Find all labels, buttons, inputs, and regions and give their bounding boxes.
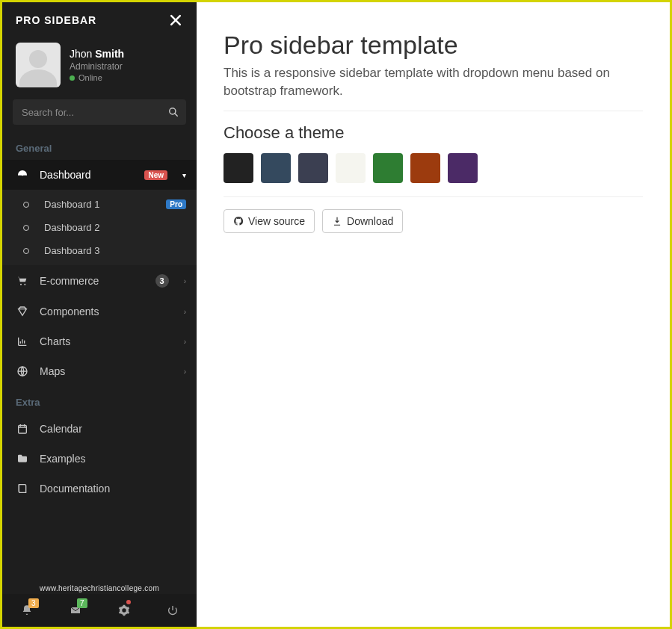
sidebar-item-label: Dashboard [40, 169, 134, 181]
sidebar-header: PRO SIDEBAR [2, 2, 197, 35]
sidebar-subitem-dashboard-2[interactable]: Dashboard 2 [2, 216, 197, 239]
power-icon [167, 604, 179, 616]
choose-theme-title: Choose a theme [224, 123, 643, 143]
user-status: Online [70, 73, 124, 82]
theme-swatch[interactable] [298, 153, 328, 183]
bullet-icon [23, 202, 29, 208]
gear-icon [118, 604, 130, 616]
footer-power[interactable] [148, 594, 197, 627]
badge-pro: Pro [166, 199, 186, 209]
search-icon [168, 107, 179, 117]
chart-icon [16, 335, 29, 347]
page-title: Pro sidebar template [224, 31, 643, 60]
sidebar: PRO SIDEBAR Jhon Smith Administrator Onl… [2, 2, 197, 627]
sidebar-item-label: Examples [40, 453, 186, 465]
sidebar-item-maps[interactable]: Maps › [2, 356, 197, 386]
section-general: General [2, 132, 197, 160]
download-icon [332, 216, 342, 226]
sidebar-item-label: Documentation [40, 483, 186, 495]
theme-swatch[interactable] [224, 153, 253, 183]
avatar [16, 43, 61, 87]
search-button[interactable] [161, 107, 186, 117]
theme-swatch[interactable] [448, 153, 478, 183]
dashboard-icon [16, 169, 29, 181]
sidebar-item-label: Maps [40, 365, 173, 377]
close-icon[interactable] [168, 13, 183, 28]
theme-swatch[interactable] [410, 153, 440, 183]
footer-notifications[interactable]: 3 [2, 594, 51, 627]
sidebar-item-components[interactable]: Components › [2, 297, 197, 326]
messages-badge: 7 [77, 598, 87, 608]
diamond-icon [16, 306, 29, 317]
svg-point-5 [20, 284, 22, 285]
theme-swatch[interactable] [261, 153, 291, 183]
footer-messages[interactable]: 7 [51, 594, 99, 627]
divider [224, 196, 643, 197]
chevron-right-icon: › [184, 308, 186, 316]
sidebar-item-dashboard[interactable]: Dashboard New ▾ [2, 160, 197, 190]
sidebar-item-documentation[interactable]: Documentation [2, 474, 197, 503]
sidebar-item-label: Calendar [40, 423, 186, 435]
sidebar-footer: 3 7 [2, 594, 197, 627]
footer-settings[interactable] [99, 594, 148, 627]
divider [224, 111, 643, 111]
section-extra: Extra [2, 386, 197, 414]
theme-swatches [224, 153, 643, 183]
bullet-icon [23, 225, 29, 231]
search-box [13, 99, 186, 125]
svg-rect-8 [19, 425, 27, 433]
cart-icon [16, 275, 29, 287]
sidebar-item-charts[interactable]: Charts › [2, 326, 197, 356]
sidebar-item-label: Charts [40, 335, 173, 347]
theme-swatch[interactable] [373, 153, 403, 183]
status-dot-icon [126, 600, 131, 604]
main-content: Pro sidebar template This is a responsiv… [197, 2, 670, 627]
calendar-icon [16, 423, 29, 435]
notifications-badge: 3 [28, 598, 39, 608]
book-icon [16, 483, 29, 495]
badge-new: New [144, 170, 167, 180]
badge-count: 3 [155, 274, 169, 288]
brand-title: PRO SIDEBAR [16, 14, 96, 26]
sidebar-item-label: E-commerce [40, 275, 145, 287]
github-icon [233, 216, 244, 226]
chevron-right-icon: › [184, 338, 186, 346]
user-name: Jhon Smith [70, 48, 124, 60]
folder-icon [16, 453, 29, 465]
globe-icon [16, 365, 29, 377]
svg-line-3 [175, 114, 178, 117]
svg-point-6 [24, 284, 25, 285]
sidebar-item-examples[interactable]: Examples [2, 444, 197, 474]
svg-point-4 [22, 174, 24, 176]
page-description: This is a responsive sidebar template wi… [224, 64, 627, 100]
download-button[interactable]: Download [322, 209, 403, 233]
status-dot-icon [70, 75, 75, 81]
sidebar-item-ecommerce[interactable]: E-commerce 3 › [2, 265, 197, 297]
chevron-right-icon: › [184, 368, 186, 376]
sidebar-subitem-dashboard-1[interactable]: Dashboard 1 Pro [2, 193, 197, 216]
sidebar-item-calendar[interactable]: Calendar [2, 414, 197, 444]
sidebar-item-label: Components [40, 306, 173, 317]
search-input[interactable] [13, 107, 161, 118]
watermark-text: www.heritagechristiancollege.com [2, 584, 197, 592]
user-role: Administrator [70, 61, 124, 72]
dashboard-submenu: Dashboard 1 Pro Dashboard 2 Dashboard 3 [2, 190, 197, 265]
theme-swatch[interactable] [336, 153, 366, 183]
view-source-button[interactable]: View source [224, 209, 315, 233]
chevron-right-icon: › [184, 277, 186, 285]
sidebar-subitem-dashboard-3[interactable]: Dashboard 3 [2, 239, 197, 262]
bullet-icon [23, 248, 29, 254]
user-block: Jhon Smith Administrator Online [2, 35, 197, 99]
chevron-down-icon: ▾ [182, 171, 186, 179]
